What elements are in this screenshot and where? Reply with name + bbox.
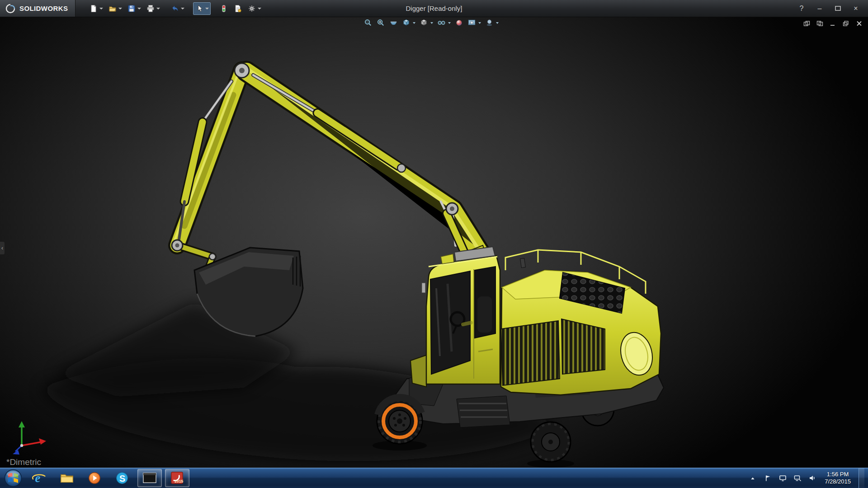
internet-explorer-button[interactable]: e: [27, 469, 52, 487]
standard-toolbar: [87, 2, 263, 15]
skype-icon: S: [115, 471, 129, 485]
section-view-icon: [389, 19, 398, 27]
print-button[interactable]: [144, 2, 162, 15]
clock-date: 7/28/2015: [825, 478, 851, 485]
chevron-down-icon: [448, 22, 451, 24]
view-cube-icon: [402, 19, 410, 27]
chevron-down-icon: [430, 22, 433, 24]
open-folder-icon: [108, 4, 117, 13]
boom-arm[interactable]: [172, 63, 488, 280]
print-icon: [146, 4, 155, 13]
display-style-icon: [420, 19, 428, 27]
internet-explorer-icon: e: [32, 471, 47, 485]
system-tray: 1:56 PM 7/28/2015: [748, 468, 868, 488]
file-properties-icon: [233, 4, 242, 13]
graphics-viewport[interactable]: *Dimetric ‹: [0, 17, 868, 468]
doc-window-right-button[interactable]: [815, 19, 825, 28]
view-orientation-label: *Dimetric: [6, 457, 41, 467]
tile-window-icon: [804, 21, 809, 26]
solidworks-version-badge: 2015: [175, 479, 183, 483]
appearance-ball-icon: [455, 19, 463, 27]
clock-time: 1:56 PM: [825, 471, 851, 478]
command-window-button[interactable]: [137, 469, 162, 487]
help-button[interactable]: ?: [794, 3, 809, 14]
doc-minimize-button[interactable]: [828, 19, 838, 28]
show-desktop-button[interactable]: [859, 468, 864, 488]
monitor-icon: [779, 474, 787, 482]
heads-up-view-toolbar: [364, 19, 499, 27]
undo-button[interactable]: [169, 2, 186, 15]
rebuild-icon: [219, 4, 228, 13]
orientation-triad: [13, 421, 46, 455]
titlebar: SOLIDWORKS: [0, 0, 868, 17]
new-document-button[interactable]: [87, 2, 105, 15]
apply-scene-button[interactable]: [467, 19, 481, 27]
file-properties-button[interactable]: [231, 2, 244, 15]
rear-wheel[interactable]: [531, 422, 571, 462]
action-center-button[interactable]: [763, 471, 772, 485]
svg-text:S: S: [119, 474, 125, 483]
apply-scene-icon: [467, 19, 476, 27]
tile-window-icon: [817, 21, 822, 26]
zoom-to-fit-button[interactable]: [364, 19, 373, 27]
flag-icon: [764, 474, 771, 482]
edit-appearance-button[interactable]: [455, 19, 463, 27]
doc-window-left-button[interactable]: [802, 19, 811, 28]
solidworks-logo: SOLIDWORKS: [0, 0, 75, 17]
chevron-down-icon: [99, 8, 103, 9]
zoom-to-fit-icon: [364, 19, 373, 27]
solidworks-taskbar-button[interactable]: 2015: [165, 469, 189, 487]
undo-icon: [170, 4, 179, 13]
show-hidden-icons-button[interactable]: [748, 471, 757, 485]
windows-explorer-button[interactable]: [55, 469, 79, 487]
close-button[interactable]: ×: [848, 3, 863, 14]
chevron-down-icon: [137, 8, 141, 9]
open-button[interactable]: [106, 2, 124, 15]
solidworks-app-icon: 2015: [170, 471, 184, 485]
model-canvas[interactable]: [0, 17, 868, 468]
chevron-down-icon: [413, 22, 415, 24]
view-orientation-button[interactable]: [402, 19, 415, 27]
save-icon: [127, 4, 136, 13]
display-style-button[interactable]: [420, 19, 433, 27]
section-view-button[interactable]: [389, 19, 398, 27]
taskbar-items: e: [26, 468, 189, 488]
rebuild-button[interactable]: [217, 2, 230, 15]
window-controls: ? – ×: [794, 3, 868, 14]
network-tray-button[interactable]: [793, 471, 802, 485]
chevron-down-icon: [181, 8, 184, 9]
chevron-down-icon: [258, 8, 261, 9]
skype-button[interactable]: S: [110, 469, 134, 487]
zoom-to-area-icon: [377, 19, 385, 27]
maximize-button[interactable]: [830, 3, 845, 14]
chevron-up-icon: [751, 478, 755, 480]
media-player-button[interactable]: [82, 469, 107, 487]
hide-show-items-button[interactable]: [437, 19, 451, 27]
volume-tray-button[interactable]: [808, 471, 817, 485]
chevron-down-icon: [118, 8, 122, 9]
media-player-icon: [87, 471, 102, 485]
options-button[interactable]: [245, 2, 263, 15]
document-window-controls: [802, 19, 864, 28]
glasses-icon: [437, 19, 446, 27]
solidworks-window: SOLIDWORKS: [0, 0, 868, 488]
cab: [410, 247, 500, 387]
select-button[interactable]: [193, 2, 211, 15]
app-window-icon: [142, 471, 157, 485]
display-tray-button[interactable]: [778, 471, 787, 485]
save-button[interactable]: [125, 2, 143, 15]
zoom-to-area-button[interactable]: [377, 19, 385, 27]
3ds-swirl-icon: [5, 4, 16, 14]
chevron-down-icon: [496, 22, 499, 24]
doc-close-button[interactable]: [854, 19, 864, 28]
start-button[interactable]: [0, 468, 26, 488]
feature-panel-flyout-arrow[interactable]: ‹: [0, 242, 5, 254]
minimize-button[interactable]: –: [812, 3, 827, 14]
brand-name: SOLIDWORKS: [19, 5, 68, 12]
taskbar-clock[interactable]: 1:56 PM 7/28/2015: [823, 471, 853, 485]
doc-restore-button[interactable]: [841, 19, 851, 28]
view-settings-button[interactable]: [485, 19, 499, 27]
close-icon: [857, 22, 861, 26]
view-settings-icon: [485, 19, 494, 27]
select-cursor-icon: [195, 4, 204, 13]
